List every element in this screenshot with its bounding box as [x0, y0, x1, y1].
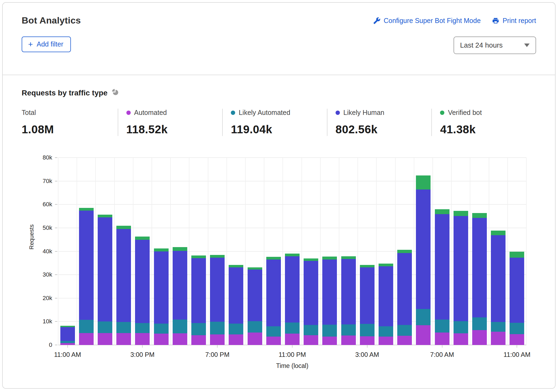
- bar-segment-automated[interactable]: [154, 334, 169, 345]
- bar-segment-verified-bot[interactable]: [491, 231, 506, 235]
- bar-segment-likely-human[interactable]: [266, 260, 281, 326]
- bar-segment-likely-human[interactable]: [98, 217, 112, 321]
- bar-segment-verified-bot[interactable]: [266, 257, 281, 260]
- bar-segment-likely-automated[interactable]: [341, 324, 356, 336]
- bar-segment-automated[interactable]: [173, 333, 187, 345]
- bar-segment-automated[interactable]: [491, 332, 506, 345]
- bar-segment-likely-automated[interactable]: [285, 323, 300, 334]
- bar-segment-automated[interactable]: [510, 334, 524, 345]
- bar-slot[interactable]: [379, 158, 393, 345]
- bar-segment-likely-human[interactable]: [304, 261, 318, 325]
- bar-segment-automated[interactable]: [191, 335, 206, 345]
- bar-segment-verified-bot[interactable]: [304, 258, 318, 261]
- bar-segment-likely-automated[interactable]: [173, 320, 187, 333]
- bar-segment-automated[interactable]: [248, 333, 262, 345]
- bar-segment-likely-human[interactable]: [79, 211, 94, 320]
- bar-segment-verified-bot[interactable]: [248, 267, 262, 270]
- bar-segment-automated[interactable]: [116, 333, 131, 345]
- bar-segment-automated[interactable]: [304, 335, 318, 345]
- bar-slot[interactable]: [397, 158, 412, 345]
- bar-segment-automated[interactable]: [379, 337, 393, 345]
- bar-slot[interactable]: [472, 158, 487, 345]
- print-report-link[interactable]: Print report: [492, 17, 536, 25]
- bar-segment-verified-bot[interactable]: [191, 255, 206, 258]
- bar-slot[interactable]: [416, 158, 431, 345]
- bar-segment-verified-bot[interactable]: [60, 326, 75, 327]
- bar-segment-likely-human[interactable]: [510, 258, 524, 323]
- bar-segment-likely-human[interactable]: [322, 260, 337, 325]
- bar-segment-likely-automated[interactable]: [116, 322, 131, 333]
- bar-segment-automated[interactable]: [285, 334, 300, 345]
- bar-segment-likely-automated[interactable]: [322, 325, 337, 337]
- bar-segment-automated[interactable]: [341, 335, 356, 345]
- bar-segment-verified-bot[interactable]: [98, 215, 112, 217]
- bar-segment-likely-human[interactable]: [210, 258, 225, 322]
- bar-segment-likely-human[interactable]: [285, 256, 300, 323]
- bar-slot[interactable]: [491, 158, 506, 345]
- bar-segment-likely-automated[interactable]: [154, 324, 169, 334]
- bar-segment-likely-automated[interactable]: [191, 323, 206, 335]
- bar-segment-verified-bot[interactable]: [116, 226, 131, 229]
- bar-slot[interactable]: [341, 158, 356, 345]
- bar-slot[interactable]: [191, 158, 206, 345]
- bar-segment-verified-bot[interactable]: [285, 254, 300, 256]
- bar-segment-automated[interactable]: [229, 334, 243, 345]
- bar-segment-likely-automated[interactable]: [60, 341, 75, 343]
- bar-segment-likely-human[interactable]: [416, 190, 431, 309]
- bar-segment-likely-human[interactable]: [454, 216, 468, 321]
- time-range-select[interactable]: Last 24 hours: [454, 36, 536, 54]
- bar-slot[interactable]: [173, 158, 187, 345]
- bar-segment-automated[interactable]: [98, 333, 112, 345]
- bar-slot[interactable]: [435, 158, 449, 345]
- bar-segment-verified-bot[interactable]: [322, 257, 337, 260]
- bar-segment-likely-automated[interactable]: [379, 326, 393, 337]
- bar-segment-likely-automated[interactable]: [135, 323, 150, 333]
- bar-segment-likely-human[interactable]: [435, 214, 449, 320]
- bar-slot[interactable]: [322, 158, 337, 345]
- bar-segment-automated[interactable]: [472, 330, 487, 345]
- bar-segment-verified-bot[interactable]: [135, 237, 150, 240]
- bar-segment-likely-automated[interactable]: [397, 325, 412, 336]
- bar-segment-verified-bot[interactable]: [210, 255, 225, 258]
- bar-segment-likely-human[interactable]: [397, 253, 412, 325]
- configure-super-bot-fight-mode-link[interactable]: Configure Super Bot Fight Mode: [373, 17, 481, 25]
- bar-slot[interactable]: [304, 158, 318, 345]
- bar-slot[interactable]: [79, 158, 94, 345]
- bar-slot[interactable]: [266, 158, 281, 345]
- bar-slot[interactable]: [248, 158, 262, 345]
- bar-segment-automated[interactable]: [79, 333, 94, 345]
- bar-segment-verified-bot[interactable]: [229, 265, 243, 268]
- bar-segment-verified-bot[interactable]: [341, 256, 356, 259]
- bar-segment-automated[interactable]: [322, 337, 337, 345]
- bar-segment-likely-human[interactable]: [135, 240, 150, 323]
- bar-segment-likely-automated[interactable]: [304, 325, 318, 335]
- bar-segment-likely-human[interactable]: [360, 267, 375, 324]
- bar-slot[interactable]: [98, 158, 112, 345]
- bar-segment-likely-automated[interactable]: [266, 326, 281, 337]
- bar-segment-likely-automated[interactable]: [210, 322, 225, 334]
- bar-segment-likely-human[interactable]: [154, 251, 169, 324]
- bar-segment-likely-automated[interactable]: [416, 309, 431, 325]
- bar-segment-automated[interactable]: [397, 336, 412, 345]
- bar-segment-automated[interactable]: [210, 334, 225, 345]
- bar-segment-verified-bot[interactable]: [379, 264, 393, 266]
- bar-segment-likely-human[interactable]: [60, 327, 75, 341]
- bar-segment-automated[interactable]: [60, 343, 75, 345]
- bar-segment-likely-human[interactable]: [491, 235, 506, 322]
- bar-slot[interactable]: [154, 158, 169, 345]
- bar-slot[interactable]: [116, 158, 131, 345]
- bar-segment-automated[interactable]: [135, 333, 150, 345]
- bar-segment-verified-bot[interactable]: [154, 248, 169, 251]
- bar-slot[interactable]: [285, 158, 300, 345]
- bar-segment-likely-automated[interactable]: [491, 322, 506, 332]
- bar-segment-verified-bot[interactable]: [397, 250, 412, 253]
- bar-segment-likely-automated[interactable]: [510, 323, 524, 334]
- bar-segment-verified-bot[interactable]: [416, 175, 431, 190]
- bar-segment-likely-automated[interactable]: [79, 320, 94, 333]
- bar-slot[interactable]: [229, 158, 243, 345]
- bar-segment-verified-bot[interactable]: [79, 208, 94, 211]
- bar-slot[interactable]: [60, 158, 75, 345]
- bar-segment-likely-automated[interactable]: [454, 321, 468, 333]
- bar-segment-likely-human[interactable]: [116, 229, 131, 322]
- bar-slot[interactable]: [454, 158, 468, 345]
